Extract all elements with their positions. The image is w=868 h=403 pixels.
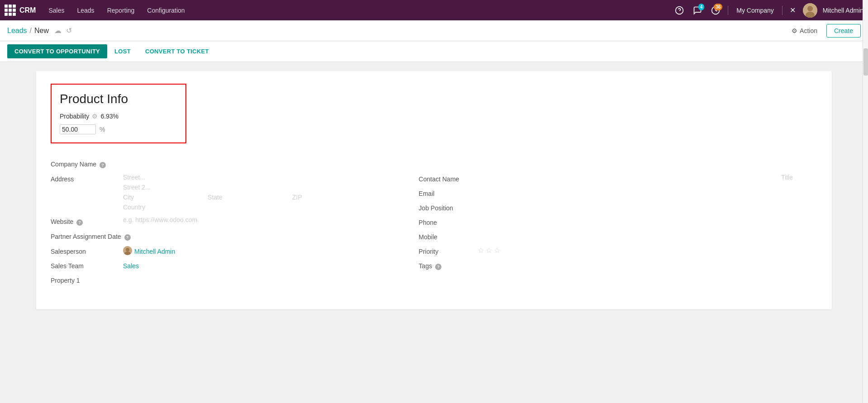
chat-badge: 4 [698, 4, 705, 10]
mobile-label: Mobile [419, 232, 478, 241]
svg-point-4 [807, 6, 813, 11]
scrollbar-track [863, 0, 868, 403]
menu-item-leads[interactable]: Leads [71, 0, 100, 20]
city-input[interactable] [123, 194, 202, 201]
contact-name-input[interactable] [478, 174, 754, 181]
phone-label: Phone [419, 217, 478, 226]
job-position-row: Job Position [419, 203, 817, 212]
mobile-input[interactable] [478, 232, 557, 239]
star-1[interactable]: ☆ [478, 246, 484, 255]
support-icon-btn[interactable] [672, 3, 687, 18]
company-name-row: Company Name ? [51, 159, 817, 168]
action-button[interactable]: ⚙ Action [786, 24, 823, 37]
breadcrumb-parent[interactable]: Leads [7, 27, 27, 35]
company-name-help-icon[interactable]: ? [100, 162, 106, 168]
product-info-title: Product Info [60, 92, 177, 106]
right-column: Contact Name Title Email Job Position [419, 174, 817, 275]
settings-icon[interactable]: ✕ [787, 6, 798, 14]
city-state-zip-row [123, 194, 371, 201]
action-label: Action [800, 27, 817, 34]
breadcrumb: Leads / New ☁ ↺ [7, 26, 786, 35]
main-form-row: Address [51, 174, 817, 289]
probability-input[interactable] [60, 124, 96, 134]
property1-row: Property 1 [51, 275, 419, 284]
address-row: Address [51, 174, 419, 211]
breadcrumb-bar: Leads / New ☁ ↺ ⚙ Action Create [0, 20, 868, 41]
address-fields [123, 174, 371, 211]
chat-icon-btn[interactable]: 4 [690, 3, 705, 18]
sales-team-label: Sales Team [51, 261, 123, 270]
menu-item-configuration[interactable]: Configuration [141, 0, 191, 20]
svg-point-7 [126, 248, 129, 251]
sales-team-row: Sales Team Sales [51, 261, 419, 270]
sales-team-value: Sales [123, 261, 139, 270]
convert-opportunity-button[interactable]: CONVERT TO OPPORTUNITY [7, 44, 107, 58]
priority-row: Priority ☆ ☆ ☆ [419, 246, 817, 255]
salesperson-name: Mitchell Admin [134, 246, 175, 255]
job-position-input[interactable] [478, 203, 557, 210]
partner-assignment-help-icon[interactable]: ? [124, 234, 131, 241]
probability-gear-icon[interactable]: ⚙ [92, 113, 98, 120]
gear-icon: ⚙ [792, 27, 797, 34]
property1-input[interactable] [123, 275, 202, 282]
tags-row: Tags ? [419, 261, 817, 270]
partner-assignment-label: Partner Assignment Date ? [51, 231, 131, 241]
star-2[interactable]: ☆ [486, 246, 492, 255]
phone-input[interactable] [478, 217, 557, 224]
refresh-icon[interactable]: ↺ [66, 26, 72, 35]
probability-row: Probability ⚙ 6.93% [60, 113, 177, 120]
activity-badge: 36 [714, 4, 722, 10]
contact-name-row: Contact Name Title [419, 174, 817, 183]
left-column: Address [51, 174, 419, 289]
username[interactable]: Mitchell Admin [823, 7, 863, 14]
scrollbar-thumb[interactable] [863, 48, 868, 76]
cloud-save-icon[interactable]: ☁ [54, 26, 62, 35]
product-info-box: Product Info Probability ⚙ 6.93% % [51, 84, 186, 143]
form-section: Company Name ? Address [51, 159, 817, 289]
street2-input[interactable] [123, 184, 371, 191]
salesperson-row: Salesperson Mitchell Admin [51, 246, 419, 255]
phone-row: Phone [419, 217, 817, 226]
email-input[interactable] [478, 188, 557, 195]
nav-separator [728, 6, 728, 15]
create-button[interactable]: Create [826, 24, 861, 38]
street-input[interactable] [123, 174, 371, 181]
company-name[interactable]: My Company [733, 7, 777, 14]
lost-button[interactable]: LOST [107, 44, 138, 58]
nav-separator-2 [782, 6, 783, 15]
top-navigation: CRM Sales Leads Reporting Configuration … [0, 0, 868, 20]
company-name-input[interactable] [123, 159, 202, 166]
email-label: Email [419, 188, 478, 197]
star-3[interactable]: ☆ [494, 246, 500, 255]
menu-item-reporting[interactable]: Reporting [101, 0, 141, 20]
salesperson-value: Mitchell Admin [123, 246, 175, 255]
website-help-icon[interactable]: ? [76, 219, 83, 226]
partner-assignment-row: Partner Assignment Date ? [51, 231, 419, 241]
mobile-row: Mobile [419, 232, 817, 241]
job-position-label: Job Position [419, 203, 478, 212]
breadcrumb-current: New [34, 27, 49, 35]
menu-item-sales[interactable]: Sales [42, 0, 71, 20]
tags-help-icon[interactable]: ? [435, 264, 441, 270]
contact-name-label: Contact Name [419, 174, 478, 183]
country-input[interactable] [123, 204, 371, 211]
probability-label: Probability [60, 113, 89, 120]
partner-assignment-input[interactable] [131, 231, 210, 238]
activity-icon-btn[interactable]: 36 [708, 3, 723, 18]
probability-ai-value: 6.93% [100, 113, 119, 120]
company-name-label: Company Name ? [51, 159, 123, 168]
email-row: Email [419, 188, 817, 197]
priority-stars: ☆ ☆ ☆ [478, 246, 500, 255]
convert-ticket-button[interactable]: CONVERT TO TICKET [138, 44, 216, 58]
tags-label: Tags ? [419, 261, 478, 270]
user-avatar[interactable] [803, 3, 817, 18]
probability-percent: % [100, 126, 105, 133]
app-logo[interactable]: CRM [5, 5, 36, 16]
zip-input[interactable] [292, 194, 371, 201]
grid-icon [5, 5, 16, 16]
form-card: Product Info Probability ⚙ 6.93% % Compa… [36, 71, 832, 309]
state-input[interactable] [208, 194, 287, 201]
breadcrumb-actions: ⚙ Action Create [786, 24, 861, 38]
website-input[interactable] [123, 216, 202, 223]
tags-input[interactable] [478, 261, 557, 268]
